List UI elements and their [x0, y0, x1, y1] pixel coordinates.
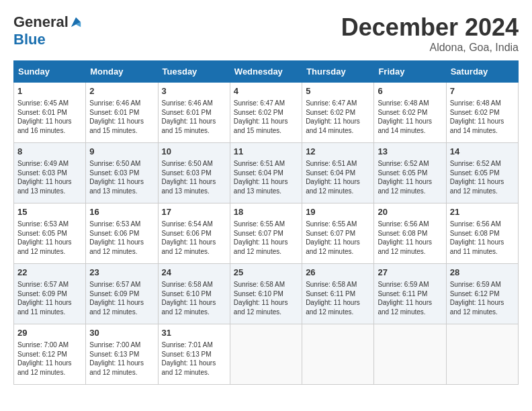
calendar-cell: 25 Sunrise: 6:58 AM Sunset: 6:10 PM Dayl…: [230, 264, 302, 324]
day-number: 3: [162, 85, 226, 97]
day-number: 5: [306, 85, 370, 97]
calendar-cell: 3 Sunrise: 6:46 AM Sunset: 6:01 PM Dayli…: [158, 83, 230, 143]
day-info: Sunrise: 6:50 AM Sunset: 6:03 PM Dayligh…: [162, 159, 226, 195]
calendar-cell: 13 Sunrise: 6:52 AM Sunset: 6:05 PM Dayl…: [374, 143, 446, 203]
day-number: 14: [450, 146, 515, 158]
day-info: Sunrise: 6:57 AM Sunset: 6:09 PM Dayligh…: [89, 280, 154, 316]
calendar-cell: 1 Sunrise: 6:45 AM Sunset: 6:01 PM Dayli…: [14, 83, 86, 143]
day-number: 23: [89, 267, 154, 279]
day-info: Sunrise: 6:49 AM Sunset: 6:03 PM Dayligh…: [17, 159, 82, 195]
calendar-cell: 18 Sunrise: 6:55 AM Sunset: 6:07 PM Dayl…: [230, 203, 302, 264]
day-info: Sunrise: 6:58 AM Sunset: 6:10 PM Dayligh…: [162, 280, 226, 316]
calendar-cell: 27 Sunrise: 6:59 AM Sunset: 6:11 PM Dayl…: [374, 264, 446, 324]
day-info: Sunrise: 6:51 AM Sunset: 6:04 PM Dayligh…: [306, 159, 370, 195]
calendar-cell: 24 Sunrise: 6:58 AM Sunset: 6:10 PM Dayl…: [158, 264, 230, 324]
calendar-cell: 15 Sunrise: 6:53 AM Sunset: 6:05 PM Dayl…: [14, 203, 86, 264]
header-monday: Monday: [86, 61, 158, 83]
logo-blue: Blue: [13, 31, 46, 48]
calendar-cell: 5 Sunrise: 6:47 AM Sunset: 6:02 PM Dayli…: [302, 83, 374, 143]
calendar-cell: [302, 324, 374, 385]
day-info: Sunrise: 6:50 AM Sunset: 6:03 PM Dayligh…: [89, 159, 154, 195]
calendar-cell: [446, 324, 518, 385]
day-info: Sunrise: 6:53 AM Sunset: 6:06 PM Dayligh…: [89, 220, 154, 256]
calendar-cell: 9 Sunrise: 6:50 AM Sunset: 6:03 PM Dayli…: [86, 143, 158, 203]
calendar-cell: 28 Sunrise: 6:59 AM Sunset: 6:12 PM Dayl…: [446, 264, 518, 324]
day-info: Sunrise: 6:55 AM Sunset: 6:07 PM Dayligh…: [234, 220, 298, 256]
header-friday: Friday: [374, 61, 446, 83]
day-number: 25: [234, 267, 298, 279]
week-row-1: 1 Sunrise: 6:45 AM Sunset: 6:01 PM Dayli…: [14, 83, 519, 143]
day-info: Sunrise: 7:00 AM Sunset: 6:13 PM Dayligh…: [89, 340, 154, 377]
calendar-cell: 21 Sunrise: 6:56 AM Sunset: 6:08 PM Dayl…: [446, 203, 518, 264]
day-number: 21: [450, 206, 515, 218]
day-number: 4: [234, 85, 298, 97]
header-thursday: Thursday: [302, 61, 374, 83]
day-info: Sunrise: 7:00 AM Sunset: 6:12 PM Dayligh…: [17, 340, 82, 377]
header-sunday: Sunday: [14, 61, 86, 83]
calendar-title: December 2024: [341, 13, 519, 42]
calendar-cell: 6 Sunrise: 6:48 AM Sunset: 6:02 PM Dayli…: [374, 83, 446, 143]
calendar-cell: 16 Sunrise: 6:53 AM Sunset: 6:06 PM Dayl…: [86, 203, 158, 264]
day-number: 26: [306, 267, 370, 279]
calendar-cell: 7 Sunrise: 6:48 AM Sunset: 6:02 PM Dayli…: [446, 83, 518, 143]
calendar-cell: 30 Sunrise: 7:00 AM Sunset: 6:13 PM Dayl…: [86, 324, 158, 385]
day-info: Sunrise: 6:58 AM Sunset: 6:10 PM Dayligh…: [234, 280, 298, 316]
header-tuesday: Tuesday: [158, 61, 230, 83]
week-row-2: 8 Sunrise: 6:49 AM Sunset: 6:03 PM Dayli…: [14, 143, 519, 203]
day-info: Sunrise: 6:52 AM Sunset: 6:05 PM Dayligh…: [450, 159, 515, 195]
day-info: Sunrise: 6:47 AM Sunset: 6:02 PM Dayligh…: [234, 99, 298, 135]
week-row-4: 22 Sunrise: 6:57 AM Sunset: 6:09 PM Dayl…: [14, 264, 519, 324]
day-number: 7: [450, 85, 515, 97]
calendar-cell: 2 Sunrise: 6:46 AM Sunset: 6:01 PM Dayli…: [86, 83, 158, 143]
day-number: 2: [89, 85, 154, 97]
day-number: 24: [162, 267, 226, 279]
calendar-cell: 8 Sunrise: 6:49 AM Sunset: 6:03 PM Dayli…: [14, 143, 86, 203]
calendar-cell: 12 Sunrise: 6:51 AM Sunset: 6:04 PM Dayl…: [302, 143, 374, 203]
day-info: Sunrise: 6:57 AM Sunset: 6:09 PM Dayligh…: [17, 280, 82, 316]
day-number: 18: [234, 206, 298, 218]
day-info: Sunrise: 6:46 AM Sunset: 6:01 PM Dayligh…: [162, 99, 226, 135]
calendar-cell: 10 Sunrise: 6:50 AM Sunset: 6:03 PM Dayl…: [158, 143, 230, 203]
day-info: Sunrise: 6:53 AM Sunset: 6:05 PM Dayligh…: [17, 220, 82, 256]
day-number: 15: [17, 206, 82, 218]
calendar-cell: 22 Sunrise: 6:57 AM Sunset: 6:09 PM Dayl…: [14, 264, 86, 324]
day-info: Sunrise: 6:51 AM Sunset: 6:04 PM Dayligh…: [234, 159, 298, 195]
day-number: 31: [162, 327, 226, 339]
calendar-cell: 20 Sunrise: 6:56 AM Sunset: 6:08 PM Dayl…: [374, 203, 446, 264]
day-number: 10: [162, 146, 226, 158]
day-number: 1: [17, 85, 82, 97]
header-wednesday: Wednesday: [230, 61, 302, 83]
calendar-cell: 23 Sunrise: 6:57 AM Sunset: 6:09 PM Dayl…: [86, 264, 158, 324]
calendar-cell: 4 Sunrise: 6:47 AM Sunset: 6:02 PM Dayli…: [230, 83, 302, 143]
day-info: Sunrise: 6:48 AM Sunset: 6:02 PM Dayligh…: [378, 99, 442, 135]
day-number: 6: [378, 85, 442, 97]
day-info: Sunrise: 6:56 AM Sunset: 6:08 PM Dayligh…: [378, 220, 442, 256]
day-info: Sunrise: 6:48 AM Sunset: 6:02 PM Dayligh…: [450, 99, 515, 135]
day-info: Sunrise: 6:59 AM Sunset: 6:12 PM Dayligh…: [450, 280, 515, 316]
day-number: 29: [17, 327, 82, 339]
week-row-5: 29 Sunrise: 7:00 AM Sunset: 6:12 PM Dayl…: [14, 324, 519, 385]
header: General Blue December 2024 Aldona, Goa, …: [13, 13, 519, 54]
day-info: Sunrise: 6:52 AM Sunset: 6:05 PM Dayligh…: [378, 159, 442, 195]
day-info: Sunrise: 6:59 AM Sunset: 6:11 PM Dayligh…: [378, 280, 442, 316]
day-info: Sunrise: 7:01 AM Sunset: 6:13 PM Dayligh…: [162, 340, 226, 377]
calendar-cell: 19 Sunrise: 6:55 AM Sunset: 6:07 PM Dayl…: [302, 203, 374, 264]
day-number: 19: [306, 206, 370, 218]
day-number: 9: [89, 146, 154, 158]
day-info: Sunrise: 6:45 AM Sunset: 6:01 PM Dayligh…: [17, 99, 82, 135]
calendar-cell: 14 Sunrise: 6:52 AM Sunset: 6:05 PM Dayl…: [446, 143, 518, 203]
calendar-subtitle: Aldona, Goa, India: [341, 42, 519, 54]
calendar-cell: 11 Sunrise: 6:51 AM Sunset: 6:04 PM Dayl…: [230, 143, 302, 203]
calendar-cell: 31 Sunrise: 7:01 AM Sunset: 6:13 PM Dayl…: [158, 324, 230, 385]
day-info: Sunrise: 6:55 AM Sunset: 6:07 PM Dayligh…: [306, 220, 370, 256]
calendar-cell: 26 Sunrise: 6:58 AM Sunset: 6:11 PM Dayl…: [302, 264, 374, 324]
day-info: Sunrise: 6:54 AM Sunset: 6:06 PM Dayligh…: [162, 220, 226, 256]
day-info: Sunrise: 6:58 AM Sunset: 6:11 PM Dayligh…: [306, 280, 370, 316]
day-number: 28: [450, 267, 515, 279]
day-number: 27: [378, 267, 442, 279]
day-number: 8: [17, 146, 82, 158]
day-info: Sunrise: 6:47 AM Sunset: 6:02 PM Dayligh…: [306, 99, 370, 135]
day-info: Sunrise: 6:56 AM Sunset: 6:08 PM Dayligh…: [450, 220, 515, 256]
day-number: 11: [234, 146, 298, 158]
calendar-cell: 17 Sunrise: 6:54 AM Sunset: 6:06 PM Dayl…: [158, 203, 230, 264]
